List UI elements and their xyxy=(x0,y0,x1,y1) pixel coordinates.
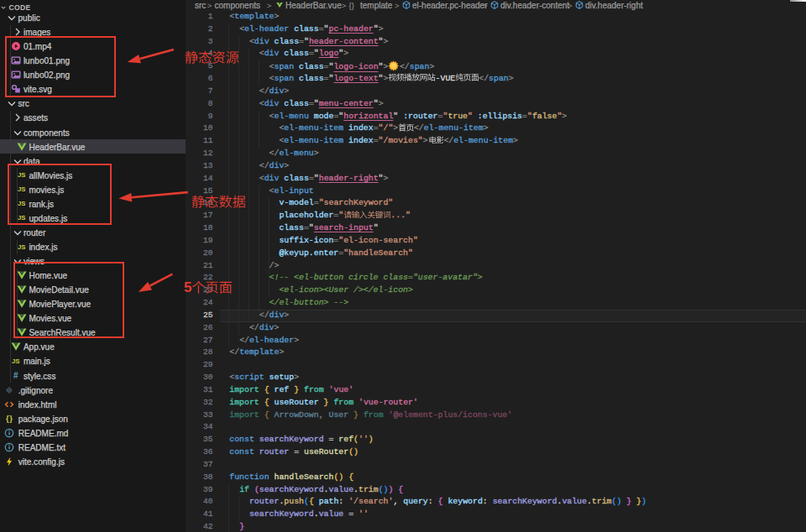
svg-text:5: 5 xyxy=(184,279,191,295)
